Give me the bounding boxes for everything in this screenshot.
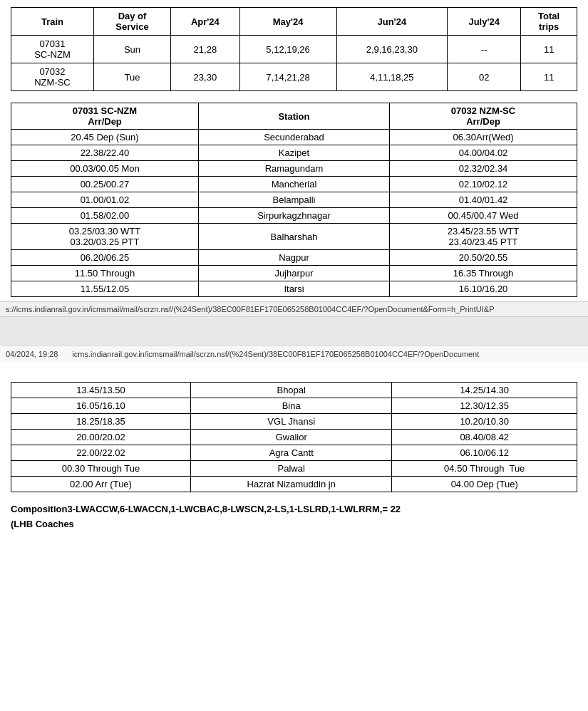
- composition-text: Composition3-LWACCW,6-LWACCN,1-LWCBAC,8-…: [11, 504, 401, 514]
- station-row: 20.45 Dep (Sun) Secunderabad 06.30Arr(We…: [11, 130, 577, 145]
- station-row: 00.25/00.27 Mancherial 02.10/02.12: [11, 177, 577, 192]
- station-table: 07031 SC-NZMArr/Dep Station 07032 NZM-SC…: [11, 103, 577, 297]
- st-name-3: Ramagundam: [198, 161, 389, 177]
- bt-dep-3: 10.20/10.30: [392, 414, 577, 430]
- col-total: Totaltrips: [521, 8, 577, 36]
- bt-arr-2: 16.05/16.10: [11, 398, 191, 414]
- gap-bar: [0, 317, 588, 346]
- bt-arr-1: 13.45/13.50: [11, 383, 191, 398]
- station-row: 06.20/06.25 Nagpur 20.50/20.55: [11, 250, 577, 266]
- station-row: 18.25/18.35 VGL Jhansi 10.20/10.30: [11, 414, 577, 430]
- st-dep-7: 23.45/23.55 WTT23.40/23.45 PTT: [390, 224, 577, 250]
- col-day: Day ofService: [93, 8, 170, 36]
- station-row: 11.50 Through Jujharpur 16.35 Through: [11, 266, 577, 281]
- st-dep-5: 01.40/01.42: [390, 192, 577, 208]
- station-row: 11.55/12.05 Itarsi 16.10/16.20: [11, 281, 577, 297]
- bt-arr-3: 18.25/18.35: [11, 414, 191, 430]
- station-row: 01.00/01.02 Belampalli 01.40/01.42: [11, 192, 577, 208]
- st-name-10: Itarsi: [198, 281, 389, 297]
- bt-dep-2: 12.30/12.35: [392, 398, 577, 414]
- bt-dep-7: 04.00 Dep (Tue): [392, 477, 577, 492]
- may-1: 5,12,19,26: [239, 36, 336, 63]
- footer-timestamp: 04/2024, 19:28: [6, 350, 58, 358]
- bt-arr-7: 02.00 Arr (Tue): [11, 477, 191, 492]
- bt-name-2: Bina: [190, 398, 392, 414]
- table-row: 07031SC-NZM Sun 21,28 5,12,19,26 2,9,16,…: [11, 36, 577, 63]
- station-row: 22.38/22.40 Kazipet 04.00/04.02: [11, 145, 577, 161]
- top-section: Train Day ofService Apr'24 May'24 Jun'24…: [0, 0, 588, 97]
- bottom-section: 13.45/13.50 Bhopal 14.25/14.30 16.05/16.…: [0, 375, 588, 498]
- col-may: May'24: [239, 8, 336, 36]
- july-1: --: [448, 36, 521, 63]
- station-row: 00.03/00.05 Mon Ramagundam 02.32/02.34: [11, 161, 577, 177]
- st-dep-1: 06.30Arr(Wed): [390, 130, 577, 145]
- st-arr-1: 20.45 Dep (Sun): [11, 130, 199, 145]
- jun-2: 4,11,18,25: [336, 63, 448, 91]
- schedule-table: Train Day ofService Apr'24 May'24 Jun'24…: [11, 7, 577, 91]
- st-dep-10: 16.10/16.20: [390, 281, 577, 297]
- station-row: 03.25/03.30 WTT03.20/03.25 PTT Balharsha…: [11, 224, 577, 250]
- st-dep-9: 16.35 Through: [390, 266, 577, 281]
- footer-bar: 04/2024, 19:28 icms.indianrail.gov.in/ic…: [0, 346, 588, 362]
- station-row: 02.00 Arr (Tue) Hazrat Nizamuddin jn 04.…: [11, 477, 577, 492]
- total-2: 11: [521, 63, 577, 91]
- station-row: 01.58/02.00 Sirpurkagzhnagar 00.45/00.47…: [11, 208, 577, 224]
- st-arr-10: 11.55/12.05: [11, 281, 199, 297]
- apr-1: 21,28: [171, 36, 240, 63]
- st-name-1: Secunderabad: [198, 130, 389, 145]
- st-dep-2: 04.00/04.02: [390, 145, 577, 161]
- train-1: 07031SC-NZM: [11, 36, 94, 63]
- bt-dep-1: 14.25/14.30: [392, 383, 577, 398]
- st-name-2: Kazipet: [198, 145, 389, 161]
- st-name-5: Belampalli: [198, 192, 389, 208]
- col-apr: Apr'24: [171, 8, 240, 36]
- train-2: 07032NZM-SC: [11, 63, 94, 91]
- col-jun: Jun'24: [336, 8, 448, 36]
- station-section: 07031 SC-NZMArr/Dep Station 07032 NZM-SC…: [0, 97, 588, 301]
- bt-name-3: VGL Jhansi: [190, 414, 392, 430]
- footer-url: icms.indianrail.gov.in/icmsmail/mail/scr…: [72, 350, 479, 358]
- section-gap: [0, 362, 588, 375]
- st-name-7: Balharshah: [198, 224, 389, 250]
- col-train: Train: [11, 8, 94, 36]
- page-wrapper: Train Day ofService Apr'24 May'24 Jun'24…: [0, 0, 588, 539]
- st-dep-6: 00.45/00.47 Wed: [390, 208, 577, 224]
- bt-name-1: Bhopal: [190, 383, 392, 398]
- bt-arr-4: 20.00/20.02: [11, 430, 191, 445]
- bt-name-5: Agra Cantt: [190, 445, 392, 461]
- station-row: 22.00/22.02 Agra Cantt 06.10/06.12: [11, 445, 577, 461]
- station-row: 00.30 Through Tue Palwal 04.50 Through T…: [11, 461, 577, 477]
- col-july: July'24: [448, 8, 521, 36]
- station-row: 20.00/20.02 Gwalior 08.40/08.42: [11, 430, 577, 445]
- st-name-6: Sirpurkagzhnagar: [198, 208, 389, 224]
- day-1: Sun: [93, 36, 170, 63]
- jun-1: 2,9,16,23,30: [336, 36, 448, 63]
- st-name-8: Nagpur: [198, 250, 389, 266]
- st-arr-4: 00.25/00.27: [11, 177, 199, 192]
- st-arr-2: 22.38/22.40: [11, 145, 199, 161]
- bt-arr-6: 00.30 Through Tue: [11, 461, 191, 477]
- station-row: 13.45/13.50 Bhopal 14.25/14.30: [11, 383, 577, 398]
- st-dep-3: 02.32/02.34: [390, 161, 577, 177]
- bt-dep-6: 04.50 Through Tue: [392, 461, 577, 477]
- station-col2-header: Station: [198, 103, 389, 130]
- may-2: 7,14,21,28: [239, 63, 336, 91]
- total-1: 11: [521, 36, 577, 63]
- table-row: 07032NZM-SC Tue 23,30 7,14,21,28 4,11,18…: [11, 63, 577, 91]
- st-arr-7: 03.25/03.30 WTT03.20/03.25 PTT: [11, 224, 199, 250]
- url-strip: s://icms.indianrail.gov.in/icmsmail/mail…: [0, 301, 588, 317]
- st-arr-9: 11.50 Through: [11, 266, 199, 281]
- station-col1-header: 07031 SC-NZMArr/Dep: [11, 103, 199, 130]
- bt-name-6: Palwal: [190, 461, 392, 477]
- st-arr-3: 00.03/00.05 Mon: [11, 161, 199, 177]
- bottom-station-table: 13.45/13.50 Bhopal 14.25/14.30 16.05/16.…: [11, 382, 577, 492]
- station-col3-header: 07032 NZM-SCArr/Dep: [390, 103, 577, 130]
- bt-arr-5: 22.00/22.02: [11, 445, 191, 461]
- bt-name-7: Hazrat Nizamuddin jn: [190, 477, 392, 492]
- apr-2: 23,30: [171, 63, 240, 91]
- st-arr-8: 06.20/06.25: [11, 250, 199, 266]
- bt-name-4: Gwalior: [190, 430, 392, 445]
- st-dep-8: 20.50/20.55: [390, 250, 577, 266]
- st-name-9: Jujharpur: [198, 266, 389, 281]
- composition-section: Composition3-LWACCW,6-LWACCN,1-LWCBAC,8-…: [0, 498, 588, 539]
